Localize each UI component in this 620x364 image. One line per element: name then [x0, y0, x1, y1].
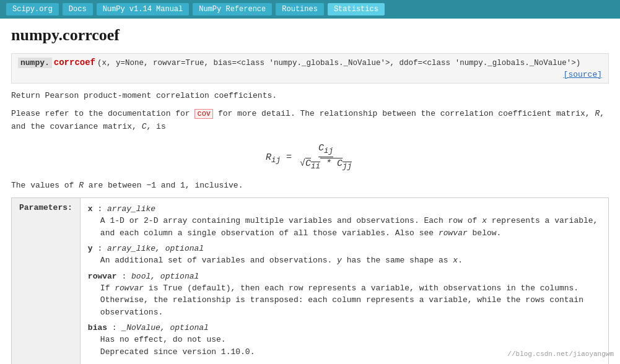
desc2-pre: Please refer to the documentation for — [11, 109, 190, 118]
nav-docs[interactable]: Docs — [63, 3, 93, 15]
values-line: The values of R are between −1 and 1, in… — [11, 181, 609, 190]
function-signature: numpy.corrcoef(x, y=None, rowvar=True, b… — [11, 53, 609, 84]
params-body: x : array_like A 1-D or 2-D array contai… — [81, 198, 608, 364]
param-y: y : array_like, optional An additional s… — [88, 244, 601, 267]
main-content: numpy.corrcoef numpy.corrcoef(x, y=None,… — [0, 19, 620, 364]
sig-funcname: corrcoef — [54, 58, 95, 67]
nav-statistics[interactable]: Statistics — [328, 3, 385, 15]
nav-routines[interactable]: Routines — [276, 3, 324, 15]
nav-numpy-reference[interactable]: NumPy Reference — [193, 3, 272, 15]
desc2-comma2: , — [146, 122, 151, 131]
desc2-comma: , — [600, 109, 605, 118]
param-x-desc: A 1-D or 2-D array containing multiple v… — [100, 215, 601, 239]
param-bias-sep: : — [112, 323, 122, 332]
param-y-sep: : — [97, 244, 107, 253]
values-pre: The values of — [11, 181, 79, 190]
frac-denominator: √Cii * Cjj — [300, 157, 352, 171]
param-x: x : array_like A 1-D or 2-D array contai… — [88, 204, 601, 239]
param-y-type: array_like, optional — [107, 244, 204, 253]
page-title: numpy.corrcoef — [11, 26, 609, 45]
formula-fraction: Cij √Cii * Cjj — [300, 143, 352, 171]
top-navigation: Scipy.org Docs NumPy v1.14 Manual NumPy … — [0, 0, 620, 19]
cov-link[interactable]: cov — [194, 109, 213, 119]
desc2-mid: and the covariance matrix, — [11, 122, 137, 131]
param-y-name: y — [88, 244, 93, 253]
param-rowvar-desc: If rowvar is True (default), then each r… — [100, 282, 601, 319]
desc-cov: Please refer to the documentation for co… — [11, 108, 609, 134]
values-r: R — [79, 181, 84, 190]
nav-numpy-manual[interactable]: NumPy v1.14 Manual — [97, 3, 190, 15]
param-bias-type: _NoValue, optional — [121, 323, 208, 332]
desc-return: Return Pearson product-moment correlatio… — [11, 90, 609, 103]
param-rowvar-name: rowvar — [88, 272, 117, 281]
params-header: Parameters: — [12, 198, 81, 364]
param-x-type: array_like — [107, 204, 155, 214]
sig-params: (x, y=None, rowvar=True, bias=<class 'nu… — [97, 59, 580, 67]
param-rowvar-type: bool, optional — [131, 272, 199, 281]
source-link[interactable]: [source] — [564, 70, 602, 79]
nav-scipy[interactable]: Scipy.org — [6, 3, 59, 15]
param-x-sep: : — [97, 204, 107, 214]
param-x-name: x — [88, 204, 93, 214]
param-rowvar-sep: : — [121, 272, 131, 281]
parameters-section: Parameters: x : array_like A 1-D or 2-D … — [11, 197, 609, 364]
watermark: //blog.csdn.net/jiaoyangwm — [507, 350, 614, 358]
param-y-desc: An additional set of variables and obser… — [100, 254, 601, 267]
param-rowvar: rowvar : bool, optional If rowvar is Tru… — [88, 272, 601, 319]
formula: Rij = Cij √Cii * Cjj — [266, 143, 354, 171]
frac-numerator: Cij — [318, 143, 333, 157]
param-bias-name: bias — [88, 323, 107, 332]
desc2-post: for more detail. The relationship betwee… — [218, 109, 595, 118]
formula-container: Rij = Cij √Cii * Cjj — [11, 143, 609, 171]
sig-module: numpy. — [18, 58, 52, 68]
desc2-is: is — [156, 122, 166, 131]
formula-lhs: Rij = — [266, 152, 297, 163]
values-rest: are between −1 and 1, inclusive. — [84, 181, 243, 190]
